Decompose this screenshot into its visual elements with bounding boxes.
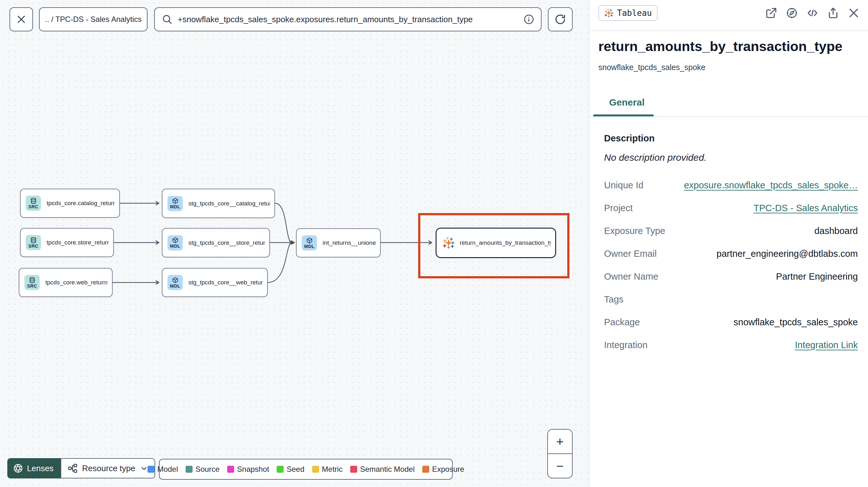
field-row-package: Package snowflake_tpcds_sales_spoke [604, 311, 858, 333]
graph-node-stg-store-returns[interactable]: MDL stg_tpcds_core__store_returns [162, 228, 270, 257]
legend-item-source: Source [186, 465, 220, 474]
project-link[interactable]: TPC-DS - Sales Analytics [753, 203, 858, 214]
model-kind-badge: MDL [167, 235, 183, 251]
tableau-logo-icon [604, 8, 614, 18]
graph-node-source-web-returns[interactable]: SRC tpcds_core.web_returns [19, 268, 113, 297]
node-label: tpcds_core.web_returns [45, 279, 107, 286]
field-row-unique-id: Unique Id exposure.snowflake_tpcds_sales… [604, 174, 858, 197]
legend-item-metric: Metric [312, 465, 343, 474]
node-label: tpcds_core.store_returns [46, 239, 109, 246]
breadcrumb-label: .. / TPC-DS - Sales Analytics [45, 15, 142, 24]
close-panel-button[interactable] [848, 7, 860, 19]
source-swatch [186, 466, 193, 473]
node-label: tpcds_core.catalog_returns [46, 200, 115, 207]
compass-icon [786, 7, 798, 19]
lenses-label: Lenses [27, 463, 54, 474]
integration-link[interactable]: Integration Link [795, 340, 858, 350]
field-row-owner-name: Owner Name Partner Engineering [604, 265, 858, 288]
node-label: return_amounts_by_transaction_type [460, 239, 551, 246]
owner-name-value: Partner Engineering [776, 271, 858, 282]
description-value: No description provided. [604, 152, 707, 163]
lenses-button[interactable]: Lenses [7, 458, 61, 479]
node-label: stg_tpcds_core__catalog_returns [188, 200, 270, 207]
model-kind-badge: MDL [302, 235, 317, 251]
database-icon [30, 197, 37, 204]
unique-id-link[interactable]: exposure.snowflake_tpcds_sales_spoke… [684, 180, 858, 191]
refresh-lineage-button[interactable] [548, 7, 572, 31]
code-icon [806, 7, 818, 19]
metric-swatch [312, 466, 319, 473]
cube-icon [172, 277, 179, 284]
cube-icon [306, 237, 313, 244]
model-swatch [148, 466, 155, 473]
exposure-type-value: dashboard [814, 226, 858, 236]
aperture-icon [13, 463, 23, 474]
cube-icon [172, 237, 179, 244]
tabs-bottom-border [589, 116, 868, 117]
graph-node-source-catalog-returns[interactable]: SRC tpcds_core.catalog_returns [20, 189, 120, 218]
zoom-in-button[interactable]: + [548, 430, 572, 453]
legend-item-semantic-model: Semantic Model [350, 465, 415, 474]
graph-node-stg-web-returns[interactable]: MDL stg_tpcds_core__web_returns [162, 268, 268, 297]
external-link-icon [765, 7, 777, 19]
lineage-canvas[interactable]: SRC tpcds_core.catalog_returns SRC tpcds… [0, 0, 589, 487]
graph-node-exposure-return-amounts[interactable]: return_amounts_by_transaction_type [436, 228, 556, 258]
legend-item-seed: Seed [277, 465, 304, 474]
exposure-swatch [422, 466, 429, 473]
semantic-model-swatch [350, 466, 357, 473]
share-button[interactable] [827, 7, 839, 19]
resource-package-subtitle: snowflake_tpcds_sales_spoke [598, 63, 706, 72]
chevron-down-icon [140, 464, 148, 473]
zoom-out-button[interactable]: − [548, 454, 572, 478]
source-kind-badge: SRC [26, 196, 41, 211]
dbt-explorer-lineage-view: SRC tpcds_core.catalog_returns SRC tpcds… [0, 0, 868, 487]
field-row-integration: Integration Integration Link [604, 333, 858, 356]
graph-node-stg-catalog-returns[interactable]: MDL stg_tpcds_core__catalog_returns [162, 189, 275, 218]
owner-email-value: partner_engineering@dbtlabs.com [717, 249, 858, 259]
field-row-exposure-type: Exposure Type dashboard [604, 219, 858, 242]
breadcrumb[interactable]: .. / TPC-DS - Sales Analytics [39, 7, 148, 31]
view-code-button[interactable] [806, 7, 818, 19]
close-icon [17, 14, 26, 24]
resource-type-label: Resource type [82, 463, 135, 474]
field-row-owner-email: Owner Email partner_engineering@dbtlabs.… [604, 242, 858, 265]
canvas-zoom-control: + − [547, 429, 572, 479]
legend-item-exposure: Exposure [422, 465, 464, 474]
source-kind-badge: SRC [24, 275, 40, 290]
details-fields: Unique Id exposure.snowflake_tpcds_sales… [604, 174, 858, 356]
legend-item-snapshot: Snapshot [227, 465, 269, 474]
model-kind-badge: MDL [167, 275, 183, 290]
resource-type-dropdown[interactable]: Resource type [61, 458, 155, 479]
panel-action-icons [765, 7, 860, 19]
close-lineage-button[interactable] [9, 7, 33, 31]
resource-title: return_amounts_by_transaction_type [598, 39, 842, 54]
panel-header-divider [589, 30, 868, 31]
tab-general[interactable]: General [609, 97, 645, 108]
search-input[interactable] [178, 14, 518, 24]
node-label: stg_tpcds_core__web_returns [188, 279, 263, 286]
tableau-logo-icon [442, 236, 455, 250]
open-external-link-button[interactable] [765, 7, 777, 19]
node-label: stg_tpcds_core__store_returns [188, 239, 265, 246]
database-icon [30, 237, 37, 244]
node-label: int_returns__unioned [323, 239, 376, 246]
share-icon [827, 7, 839, 19]
field-row-project: Project TPC-DS - Sales Analytics [604, 197, 858, 219]
package-value: snowflake_tpcds_sales_spoke [734, 317, 858, 327]
graph-node-source-store-returns[interactable]: SRC tpcds_core.store_returns [20, 228, 114, 257]
lineage-search-bar[interactable] [154, 7, 541, 31]
tableau-badge-label: Tableau [617, 8, 652, 18]
search-icon [162, 14, 173, 25]
close-icon [848, 7, 860, 19]
source-kind-badge: SRC [26, 235, 41, 250]
info-icon[interactable] [523, 13, 534, 25]
resource-details-panel: Tableau return_amounts_by_transaction_ty… [589, 0, 868, 487]
snapshot-swatch [227, 466, 234, 473]
graph-node-int-returns-unioned[interactable]: MDL int_returns__unioned [296, 228, 381, 257]
field-row-tags: Tags [604, 288, 858, 311]
legend-item-model: Model [148, 465, 178, 474]
explore-docs-button[interactable] [786, 7, 798, 19]
cube-icon [172, 197, 179, 204]
tableau-badge: Tableau [598, 5, 658, 21]
seed-swatch [277, 466, 284, 473]
